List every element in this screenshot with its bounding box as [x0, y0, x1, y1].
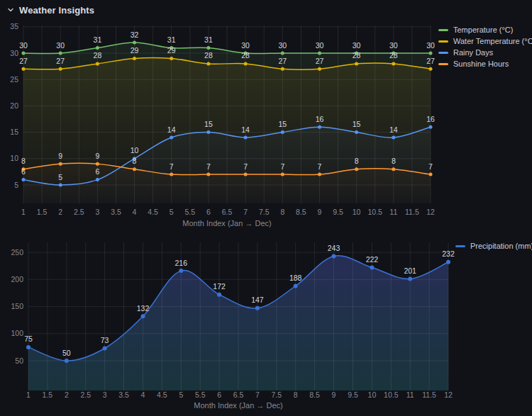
- x-tick-label: 6.5: [222, 208, 233, 216]
- legend-item-temperature-c[interactable]: Temperature (°C): [438, 26, 532, 34]
- legend-item-precipitation-mm[interactable]: Precipitation (mm): [455, 242, 532, 250]
- precipitation-panel: 75507313221617214718824322220123211.522.…: [0, 234, 532, 416]
- data-point[interactable]: [392, 167, 395, 171]
- data-point[interactable]: [65, 359, 69, 363]
- data-point[interactable]: [59, 162, 62, 166]
- data-point[interactable]: [206, 62, 210, 65]
- data-point[interactable]: [281, 52, 284, 55]
- data-point[interactable]: [355, 130, 358, 134]
- data-point[interactable]: [59, 184, 62, 187]
- data-point[interactable]: [244, 173, 248, 176]
- data-point[interactable]: [294, 284, 298, 288]
- legend-swatch: [438, 29, 448, 31]
- value-label: 31: [167, 35, 176, 44]
- legend-label: Rainy Days: [453, 48, 493, 57]
- data-point[interactable]: [59, 52, 62, 55]
- y-tick-label: 20: [10, 101, 18, 110]
- data-point[interactable]: [355, 167, 358, 171]
- data-point[interactable]: [217, 293, 221, 297]
- data-point[interactable]: [179, 269, 183, 273]
- data-point[interactable]: [206, 130, 210, 134]
- data-point[interactable]: [429, 67, 433, 71]
- x-tick-label: 10.5: [384, 390, 399, 399]
- value-label: 14: [389, 125, 398, 134]
- data-point[interactable]: [59, 67, 62, 71]
- data-point[interactable]: [96, 46, 99, 50]
- x-tick-label: 7: [243, 208, 248, 216]
- data-point[interactable]: [133, 57, 136, 60]
- value-label: 31: [204, 35, 213, 44]
- x-tick-label: 12: [444, 390, 453, 399]
- value-label: 16: [426, 115, 435, 123]
- data-point[interactable]: [133, 41, 136, 45]
- data-point[interactable]: [429, 173, 433, 176]
- x-tick-label: 5.5: [195, 390, 206, 399]
- precipitation-legend: Precipitation (mm): [455, 242, 532, 250]
- data-point[interactable]: [22, 52, 26, 55]
- data-point[interactable]: [429, 125, 433, 129]
- y-tick-label: 200: [11, 275, 23, 283]
- data-point[interactable]: [318, 125, 321, 129]
- data-point[interactable]: [244, 136, 248, 140]
- data-point[interactable]: [318, 173, 321, 176]
- value-label: 6: [95, 167, 99, 176]
- data-point[interactable]: [96, 178, 99, 181]
- data-point[interactable]: [96, 162, 99, 166]
- value-label: 30: [241, 41, 250, 50]
- data-point[interactable]: [281, 173, 284, 176]
- data-point[interactable]: [170, 173, 173, 176]
- y-tick-label: 150: [11, 302, 23, 310]
- x-tick-label: 1: [26, 390, 31, 399]
- data-point[interactable]: [103, 347, 107, 351]
- data-point[interactable]: [332, 254, 336, 258]
- legend-item-sunshine-hours[interactable]: Sunshine Hours: [438, 60, 532, 68]
- y-tick-label: 30: [10, 49, 18, 57]
- value-label: 7: [243, 162, 248, 171]
- data-point[interactable]: [133, 167, 136, 171]
- data-point[interactable]: [170, 136, 173, 140]
- x-tick-label: 5: [179, 390, 183, 399]
- row-title[interactable]: Weather Insights: [19, 5, 94, 16]
- data-point[interactable]: [355, 62, 358, 65]
- data-point[interactable]: [141, 314, 145, 318]
- data-point[interactable]: [281, 67, 284, 71]
- legend-swatch: [438, 40, 448, 43]
- x-tick-label: 12: [426, 208, 435, 216]
- data-point[interactable]: [408, 277, 412, 281]
- chevron-down-icon-svg: [7, 6, 14, 13]
- weather-metrics-panel: 3030313231313030303030302727282929282827…: [0, 20, 532, 234]
- data-point[interactable]: [370, 266, 374, 270]
- data-point[interactable]: [206, 46, 210, 50]
- legend-label: Precipitation (mm): [470, 242, 532, 250]
- data-point[interactable]: [244, 62, 248, 65]
- x-tick-label: 2.5: [80, 390, 91, 399]
- x-tick-label: 10: [368, 390, 377, 399]
- x-tick-label: 4.5: [157, 390, 167, 399]
- data-point[interactable]: [22, 178, 26, 181]
- data-point[interactable]: [206, 173, 210, 176]
- data-point[interactable]: [255, 306, 260, 310]
- x-tick-label: 3: [103, 390, 107, 399]
- data-point[interactable]: [318, 67, 321, 71]
- data-point[interactable]: [96, 62, 99, 65]
- data-point[interactable]: [22, 67, 26, 71]
- data-point[interactable]: [429, 52, 433, 55]
- data-point[interactable]: [392, 62, 395, 65]
- data-point[interactable]: [170, 57, 173, 60]
- chevron-down-icon[interactable]: [7, 6, 14, 13]
- y-tick-label: 35: [10, 22, 18, 30]
- legend-swatch: [438, 52, 448, 54]
- data-point[interactable]: [446, 260, 450, 264]
- legend-item-rainy-days[interactable]: Rainy Days: [438, 48, 532, 57]
- data-point[interactable]: [318, 52, 321, 55]
- data-point[interactable]: [281, 130, 284, 134]
- legend-item-water-temperature-c[interactable]: Water Temperature (°C): [438, 37, 532, 45]
- value-label: 27: [278, 57, 287, 65]
- y-tick-label: 10: [10, 154, 18, 162]
- x-tick-label: 4.5: [148, 208, 158, 216]
- x-tick-label: 5: [170, 208, 174, 216]
- precipitation-chart[interactable]: 75507313221617214718824322220123211.522.…: [0, 234, 532, 416]
- x-tick-label: 6: [206, 208, 211, 216]
- data-point[interactable]: [26, 345, 31, 349]
- data-point[interactable]: [392, 136, 395, 140]
